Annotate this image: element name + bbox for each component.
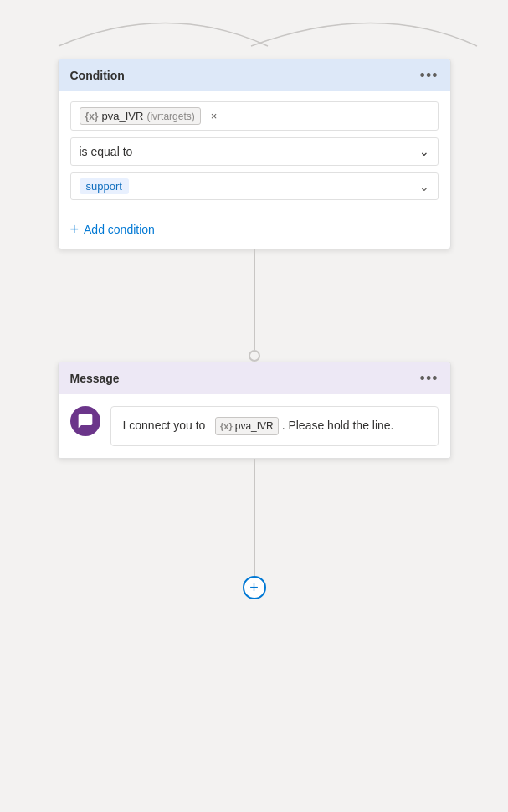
operator-label: is equal to [80,145,133,158]
chat-icon [77,413,94,429]
add-condition-plus-icon: + [70,222,80,237]
condition-card-title: Condition [70,69,125,82]
message-var-name: pva_IVR [235,419,274,434]
add-node-button[interactable]: + [243,576,266,599]
connector-line-1 [254,249,255,350]
variable-close-button[interactable]: × [211,110,218,122]
message-avatar [70,406,100,436]
top-decoration [0,0,508,50]
message-card-title: Message [70,372,120,385]
message-card-body: I connect you to {x} pva_IVR . Please ho… [59,394,450,458]
message-card-header: Message ••• [59,362,450,394]
message-part1: I connect you to [123,419,206,432]
variable-name: pva_IVR [102,110,144,122]
connector-1 [0,249,508,362]
message-part2: . Please hold the line. [282,419,394,432]
condition-card-body: {x} pva_IVR (ivrtargets) × is equal to ⌄… [59,91,450,212]
connector-dot-1 [249,350,260,362]
message-variable-chip: {x} pva_IVR [215,417,279,435]
condition-card-header: Condition ••• [59,59,450,91]
condition-menu-button[interactable]: ••• [420,68,439,83]
variable-chip: {x} pva_IVR (ivrtargets) [80,107,201,125]
operator-dropdown[interactable]: is equal to ⌄ [70,137,439,166]
add-condition-button[interactable]: + Add condition [59,212,450,240]
connector-line-2 [254,459,255,576]
message-card: Message ••• I connect you to {x} pva_IVR… [58,362,451,459]
value-chip: support [80,178,129,194]
connector-2 [0,459,508,576]
condition-card: Condition ••• {x} pva_IVR (ivrtargets) ×… [58,59,451,249]
add-node-icon: + [249,580,259,595]
value-dropdown[interactable]: support ⌄ [70,172,439,200]
operator-chevron-icon: ⌄ [419,145,429,158]
message-menu-button[interactable]: ••• [420,371,439,386]
message-bubble: I connect you to {x} pva_IVR . Please ho… [110,406,439,446]
variable-row[interactable]: {x} pva_IVR (ivrtargets) × [70,101,439,131]
var-brace-icon: {x} [85,110,99,122]
variable-subtext: (ivrtargets) [146,110,194,122]
add-condition-label: Add condition [84,223,155,236]
value-chevron-icon: ⌄ [419,180,429,193]
message-var-brace-icon: {x} [220,419,233,434]
